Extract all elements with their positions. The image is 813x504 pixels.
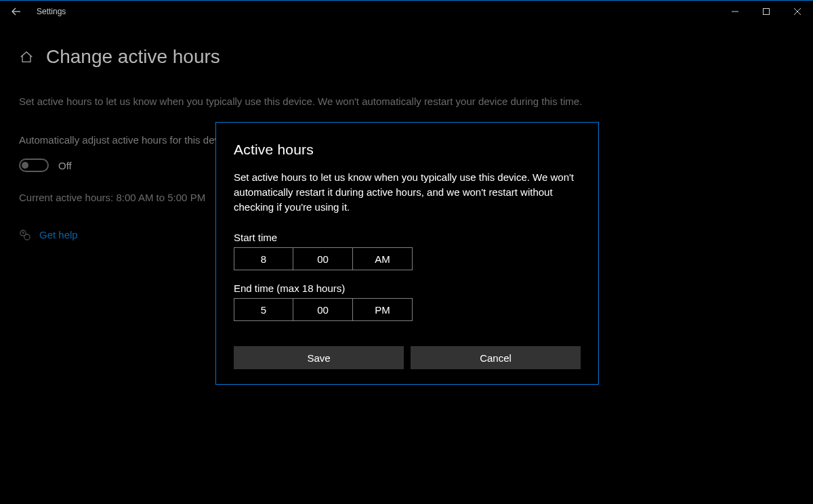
- start-time-label: Start time: [234, 232, 581, 243]
- dialog-title: Active hours: [234, 142, 581, 158]
- back-button[interactable]: [0, 1, 33, 22]
- auto-adjust-toggle[interactable]: [19, 159, 49, 172]
- end-hour-field[interactable]: 5: [234, 298, 293, 321]
- end-time-picker: 5 00 PM: [234, 298, 581, 321]
- help-icon: [19, 229, 31, 241]
- end-time-label: End time (max 18 hours): [234, 282, 581, 294]
- save-button[interactable]: Save: [234, 346, 404, 369]
- svg-point-6: [24, 234, 30, 240]
- start-minute-field[interactable]: 00: [293, 247, 353, 270]
- cancel-button[interactable]: Cancel: [411, 346, 581, 369]
- titlebar: Settings: [0, 0, 813, 22]
- active-hours-dialog: Active hours Set active hours to let us …: [215, 122, 599, 385]
- arrow-left-icon: [11, 6, 22, 17]
- close-icon: [794, 8, 801, 15]
- start-hour-field[interactable]: 8: [234, 247, 293, 270]
- start-period-field[interactable]: AM: [353, 247, 413, 270]
- minimize-icon: [732, 8, 738, 15]
- page-description: Set active hours to let us know when you…: [19, 93, 629, 109]
- toggle-state-label: Off: [58, 158, 72, 173]
- maximize-icon: [763, 8, 770, 15]
- end-minute-field[interactable]: 00: [293, 298, 353, 321]
- maximize-button[interactable]: [751, 1, 782, 22]
- start-time-picker: 8 00 AM: [234, 247, 581, 270]
- close-button[interactable]: [782, 1, 813, 22]
- get-help-link[interactable]: Get help: [39, 227, 78, 243]
- page-title: Change active hours: [46, 46, 220, 68]
- svg-rect-2: [764, 8, 770, 14]
- page-header: Change active hours: [19, 46, 813, 68]
- minimize-button[interactable]: [720, 1, 751, 22]
- home-icon[interactable]: [19, 49, 34, 64]
- dialog-description: Set active hours to let us know when you…: [234, 170, 581, 214]
- app-title: Settings: [37, 7, 66, 16]
- end-period-field[interactable]: PM: [353, 298, 413, 321]
- toggle-knob: [22, 162, 28, 169]
